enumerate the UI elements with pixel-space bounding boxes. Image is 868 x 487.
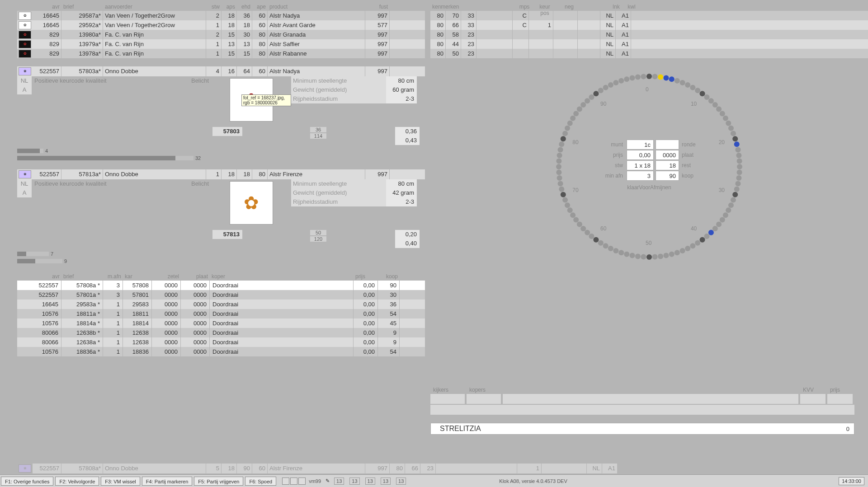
svg-point-96 [624,76,629,82]
footer-lot-row: ❀ 522557 57808a* Onno Dobbe 5 18 90 60 A… [17,464,868,473]
transaction-row[interactable]: 8006612638a *1 1263800000000 Doordraai0,… [17,337,425,347]
status-bar: F1: Overige functiesF2: VeilvolgordeF3: … [0,474,868,487]
svg-point-12 [708,98,714,103]
lot-row[interactable]: ✿ 1664529592a*Van Veen / Together2Grow 1… [17,20,425,30]
svg-point-56 [613,248,618,253]
svg-point-63 [580,226,586,231]
svg-point-7 [685,82,690,88]
svg-point-24 [737,158,742,164]
svg-point-87 [580,102,586,108]
svg-point-16 [723,116,728,121]
fkey-button[interactable]: F4: Partij markeren [142,477,193,486]
svg-point-91 [598,88,604,93]
svg-point-85 [573,111,579,116]
svg-point-34 [723,212,728,218]
lot-row[interactable]: ✿ 82913978a*Fa. C. van Rijn 1151580 Alst… [17,49,425,58]
svg-point-79 [559,141,564,147]
svg-point-39 [704,234,709,239]
svg-point-73 [557,175,562,181]
svg-point-40 [700,237,705,243]
svg-point-15 [720,111,725,116]
svg-point-33 [726,207,731,213]
transaction-table: avr brief m.afn kar zetel plaat koper pr… [17,273,425,356]
lot-row[interactable]: ✿ 82913980a*Fa. C. van Rijn 2153080 Alst… [17,30,425,39]
svg-point-8 [690,85,695,90]
svg-point-99 [641,74,646,79]
svg-point-19 [731,131,736,136]
svg-point-27 [736,175,741,181]
svg-point-95 [618,78,624,84]
svg-point-49 [652,254,658,260]
svg-point-11 [704,94,709,100]
svg-point-62 [585,230,590,235]
svg-point-14 [716,107,722,112]
right-col-headers: kenmerken mps keur pos neg lnk kwl [430,4,868,11]
bottom-right-stats: kijkers kopers KVV prijs [430,387,854,415]
transaction-row[interactable]: 52255757808a *3 5780800000000 Doordraai0… [17,281,425,290]
svg-point-5 [675,78,680,84]
svg-point-92 [603,85,609,90]
svg-point-75 [556,164,561,169]
svg-point-94 [613,80,618,85]
auction-clock[interactable]: munt1cronde prijs0,000000plaat stw1 x 18… [550,67,749,266]
svg-point-44 [680,248,685,253]
svg-point-68 [565,202,570,208]
transaction-row[interactable]: 1664529583a *1 2958300000000 Doordraai0,… [17,300,425,309]
transaction-row[interactable]: 1057618811a *1 1881100000000 Doordraai0,… [17,309,425,318]
svg-point-65 [573,217,579,223]
lot-row[interactable]: ✿ 1664529587a*Van Veen / Together2Grow 2… [17,11,425,20]
svg-point-35 [720,217,725,223]
transaction-row[interactable]: 1057618836a *1 1883600000000 Doordraai0,… [17,347,425,356]
svg-point-69 [562,197,568,203]
svg-point-54 [624,252,629,257]
clock-center-panel: munt1cronde prijs0,000000plaat stw1 x 18… [599,140,699,191]
svg-point-51 [641,254,646,260]
svg-point-1 [652,74,658,79]
svg-point-47 [663,253,669,258]
svg-point-26 [737,170,742,175]
svg-point-20 [732,136,738,141]
svg-point-18 [728,126,734,131]
svg-point-53 [630,253,635,258]
svg-point-43 [685,246,690,251]
top-col-headers: avr brief aanvoerder stw aps ehd ape pro… [17,4,425,11]
svg-point-84 [570,116,576,121]
status-indicator [282,478,289,485]
svg-point-32 [728,202,734,208]
svg-point-78 [558,147,563,153]
svg-point-36 [716,221,722,227]
transaction-row[interactable]: 8006612638b *1 1263800000000 Doordraai0,… [17,328,425,337]
product-photo: ✿ [230,181,273,225]
svg-point-89 [589,94,594,100]
svg-point-55 [618,250,624,255]
transaction-row[interactable]: 1057618814a *1 1881400000000 Doordraai0,… [17,318,425,328]
svg-point-42 [690,243,695,248]
clock-time: 14:33:00 [839,477,864,485]
svg-point-22 [735,147,741,153]
svg-point-86 [577,107,582,112]
svg-point-0 [646,74,652,79]
svg-point-97 [630,75,635,81]
fkey-button[interactable]: F5: Partij vrijgeven [194,477,243,486]
svg-point-10 [700,91,705,96]
fkey-button[interactable]: F3: VM wissel [101,477,140,486]
photo-tooltip: fot_ref = 168237.jpg, rgb = 180000026 [241,94,291,106]
svg-point-21 [734,141,740,147]
fkey-button[interactable]: F2: Veilvolgorde [55,477,99,486]
svg-point-59 [598,240,604,246]
svg-point-28 [735,181,741,186]
fkey-button[interactable]: F6: Spoed [245,477,276,486]
svg-point-66 [570,212,576,218]
svg-point-70 [561,192,566,197]
transaction-row[interactable]: 52255757801a *3 5780100000000 Doordraai0… [17,290,425,300]
lot-row[interactable]: ✿ 82913979a*Fa. C. van Rijn 1131380 Alst… [17,39,425,49]
svg-point-29 [734,187,740,192]
svg-point-76 [556,158,561,164]
svg-point-52 [635,253,641,259]
svg-point-37 [712,226,718,231]
svg-point-30 [732,192,738,197]
fkey-button[interactable]: F1: Overige functies [1,477,53,486]
svg-point-81 [562,131,568,136]
svg-point-88 [585,98,590,103]
svg-point-50 [646,254,652,260]
